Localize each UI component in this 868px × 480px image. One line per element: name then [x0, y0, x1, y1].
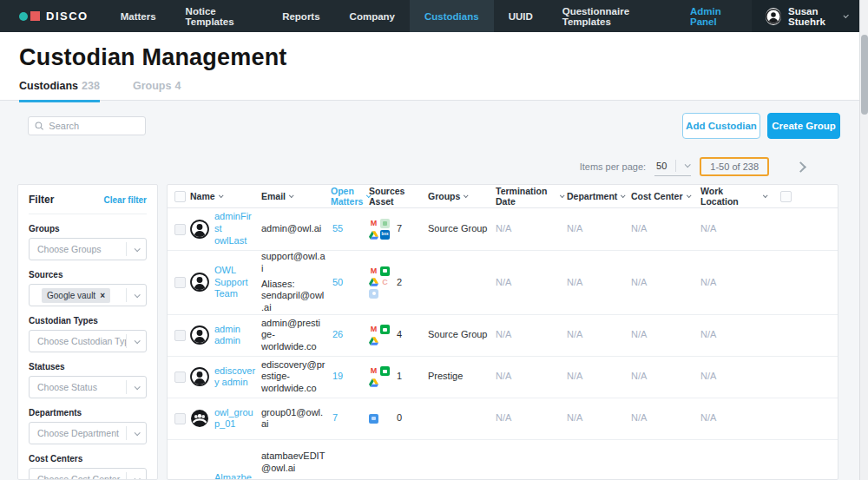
column-header-name[interactable]: Name	[190, 191, 261, 201]
remove-chip-icon[interactable]: ×	[100, 291, 105, 300]
filter-select[interactable]: Choose Cost Center	[29, 468, 147, 480]
open-matters-link[interactable]: 26	[331, 329, 369, 341]
tab-groups[interactable]: Groups4	[133, 80, 181, 102]
box-icon: box	[380, 230, 390, 240]
custodian-name-link[interactable]: adminFirst owlLast	[214, 211, 261, 247]
create-group-button[interactable]: Create Group	[767, 113, 840, 139]
person-avatar	[190, 273, 209, 292]
custodian-avatar-icon	[190, 220, 209, 239]
groups-cell: Source Group	[428, 329, 496, 341]
custodian-name-link[interactable]: ediscovery admin	[214, 365, 261, 390]
nav-item-uuid[interactable]: UUID	[494, 0, 548, 32]
open-matters-link[interactable]: 50	[331, 277, 369, 289]
email-text: ediscovery@prestige-worldwide.co	[261, 359, 326, 395]
search-icon	[35, 121, 43, 131]
asset-count: 1	[397, 371, 428, 383]
custodian-name-link[interactable]: Almazbek Atambaev	[214, 472, 261, 480]
sort-chevron-icon	[289, 193, 294, 198]
chevron-down-icon	[134, 292, 140, 298]
nav-item-reports[interactable]: Reports	[267, 0, 334, 32]
open-matters-link[interactable]: 55	[331, 223, 369, 235]
custodian-name-link[interactable]: admin admin	[214, 324, 261, 348]
tab-count: 4	[174, 80, 181, 92]
user-avatar-icon	[766, 8, 781, 25]
column-header-cost-center[interactable]: Cost Center	[631, 191, 700, 201]
custodian-management-screen: DISCO Matters Notice Templates Reports C…	[0, 0, 868, 480]
filter-label: Departments	[29, 408, 147, 418]
next-page-button[interactable]	[793, 160, 807, 174]
table-row: OWL Support Team support@owl.ai Aliases:…	[168, 251, 838, 315]
table-row: owl_group_01 group01@owl.ai 7 0 N/A N/A …	[168, 398, 838, 440]
clear-filter-link[interactable]: Clear filter	[104, 195, 147, 205]
filter-section: Custodian Types Choose Custodian Type	[29, 316, 147, 352]
google-drive-icon	[369, 230, 378, 240]
google-chat-icon	[380, 366, 390, 376]
gmail-icon: M	[369, 325, 378, 334]
column-header-department[interactable]: Department	[567, 191, 631, 201]
filter-select[interactable]: Choose Custodian Type	[29, 330, 147, 352]
scrollbar-thumb[interactable]	[861, 35, 868, 115]
nav-item-custodians[interactable]: Custodians	[410, 0, 494, 32]
row-checkbox[interactable]	[174, 224, 186, 235]
gmail-icon: M	[369, 219, 378, 228]
cost-center-cell: N/A	[631, 223, 700, 235]
filter-select[interactable]: Choose Department	[29, 422, 147, 444]
row-checkbox[interactable]	[174, 413, 186, 424]
open-matters-link[interactable]: 7	[331, 412, 369, 424]
column-header-open-matters[interactable]: Open Matters	[331, 186, 369, 207]
groups-cell: Prestige	[428, 371, 496, 383]
nav-item-company[interactable]: Company	[335, 0, 410, 32]
custodian-name-link[interactable]: owl_group_01	[214, 407, 261, 431]
email-cell: support@owl.ai Aliases: sendapril@owl.ai	[261, 251, 331, 314]
add-custodian-button[interactable]: Add Custodian	[682, 113, 760, 139]
table-row: Almazbek Atambaev atambaevEDIT@owl.ai Al…	[168, 440, 838, 480]
select-all-checkbox[interactable]	[174, 191, 186, 202]
custodian-name-link[interactable]: OWL Support Team	[214, 265, 261, 300]
filter-placeholder: Choose Custodian Type	[30, 336, 126, 346]
row-checkbox[interactable]	[174, 372, 186, 383]
admin-panel-link[interactable]: Admin Panel	[674, 0, 752, 32]
sources-icons: Mbox	[369, 219, 391, 240]
nav-item-questionnaire-templates[interactable]: Questionnaire Templates	[548, 0, 674, 32]
column-header-groups[interactable]: Groups	[428, 191, 496, 201]
disco-logo[interactable]: DISCO	[0, 0, 106, 32]
column-header-email[interactable]: Email	[261, 191, 331, 201]
work-location-cell: N/A	[700, 223, 770, 235]
email-cell: ediscovery@prestige-worldwide.co	[261, 359, 331, 395]
termination-date-cell: N/A	[496, 277, 567, 289]
search-input[interactable]	[49, 121, 139, 131]
nav-item-matters[interactable]: Matters	[106, 0, 171, 32]
brand-name: DISCO	[46, 10, 89, 23]
chevron-down-icon	[134, 384, 140, 390]
user-menu[interactable]: Susan Stuehrk	[752, 0, 859, 32]
filter-select[interactable]: Choose Status	[29, 376, 147, 398]
filter-select[interactable]: Google vault×	[29, 284, 147, 306]
header-status-checkbox[interactable]	[780, 191, 792, 202]
page-scrollbar[interactable]	[859, 0, 868, 480]
asset-count: 0	[397, 412, 428, 424]
column-header-termination-date[interactable]: Termination Date	[496, 186, 567, 207]
filter-section: Cost Centers Choose Cost Center	[29, 454, 147, 480]
column-header-sources-asset[interactable]: Sources Asset	[369, 186, 428, 207]
table-header-row: Name Email Open Matters Sources Asset Gr…	[168, 185, 838, 208]
column-header-work-location[interactable]: Work Location	[700, 186, 770, 207]
logo-square-icon	[30, 11, 40, 21]
person-avatar	[190, 220, 209, 239]
items-per-page-select[interactable]: 50	[654, 158, 691, 176]
email-cell: admin@prestige-worldwide.co	[261, 318, 331, 353]
gmail-icon: M	[369, 266, 378, 276]
row-checkbox[interactable]	[174, 277, 186, 288]
filter-chip[interactable]: Google vault×	[42, 288, 110, 303]
google-vault-icon	[380, 219, 390, 228]
row-checkbox[interactable]	[174, 330, 186, 341]
open-matters-link[interactable]: 19	[331, 371, 369, 383]
nav-item-notice-templates[interactable]: Notice Templates	[171, 0, 268, 32]
search-box[interactable]	[28, 116, 146, 135]
chevron-down-icon	[134, 338, 140, 344]
tab-custodians[interactable]: Custodians238	[19, 80, 100, 102]
filter-select[interactable]: Choose Groups	[29, 238, 147, 260]
chevron-right-icon	[795, 161, 806, 173]
filter-placeholder: Google vault×	[30, 288, 126, 303]
tab-count: 238	[82, 80, 100, 92]
filter-placeholder: Choose Cost Center	[30, 474, 126, 480]
